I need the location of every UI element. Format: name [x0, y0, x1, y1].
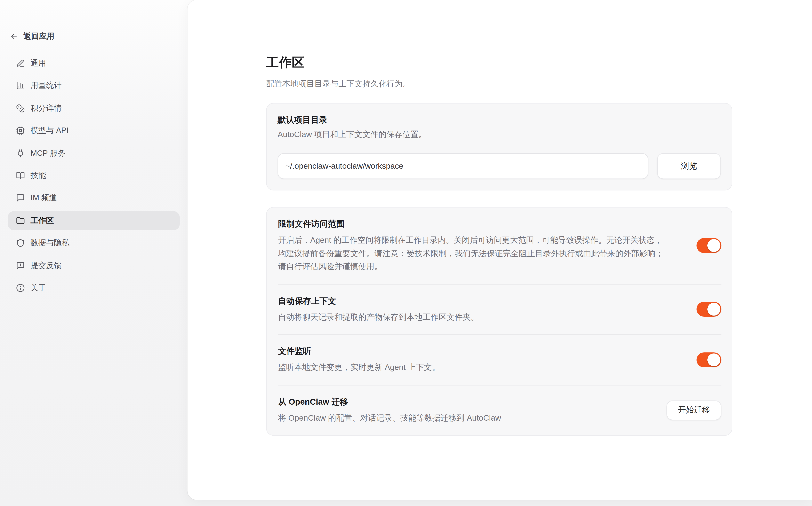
restrict-file-access-toggle[interactable]: [696, 238, 721, 253]
sidebar-item-usage-stats[interactable]: 用量统计: [8, 76, 180, 95]
sidebar-item-label: 通用: [30, 59, 46, 68]
directory-card-title: 默认项目目录: [278, 114, 721, 125]
sidebar-item-im-channels[interactable]: IM 频道: [8, 188, 180, 208]
toggle-knob: [708, 353, 720, 366]
coins-icon: [16, 104, 25, 113]
setting-description: 将 OpenClaw 的配置、对话记录、技能等数据迁移到 AutoClaw: [278, 411, 636, 424]
sidebar-item-feedback[interactable]: 提交反馈: [8, 256, 180, 275]
sidebar-item-label: 关于: [30, 283, 46, 293]
setting-description: 开启后，Agent 的工作空间将限制在工作目录内。关闭后可访问更大范围，可能导致…: [278, 233, 665, 273]
sidebar-item-label: 积分详情: [30, 103, 62, 113]
sidebar-nav: 通用 用量统计 积分详情 模型与 API MCP 服务 技能: [8, 54, 180, 298]
sidebar-item-models-api[interactable]: 模型与 API: [8, 121, 180, 140]
file-watch-toggle[interactable]: [696, 352, 721, 367]
auto-save-context-toggle[interactable]: [696, 302, 721, 317]
setting-row-auto-save-context: 自动保存上下文 自动将聊天记录和提取的产物保存到本地工作区文件夹。: [278, 284, 722, 335]
setting-title: 文件监听: [278, 346, 665, 357]
setting-title: 从 OpenClaw 迁移: [278, 396, 636, 407]
sidebar-item-label: 用量统计: [30, 81, 62, 91]
setting-title: 自动保存上下文: [278, 295, 665, 307]
toggle-knob: [708, 239, 720, 252]
sidebar-item-label: 提交反馈: [30, 260, 62, 270]
sidebar-item-label: MCP 服务: [30, 148, 65, 158]
feedback-icon: [16, 261, 25, 270]
sidebar-item-label: 工作区: [30, 216, 54, 226]
start-migration-button[interactable]: 开始迁移: [666, 400, 721, 420]
setting-row-restrict-file-access: 限制文件访问范围 开启后，Agent 的工作空间将限制在工作目录内。关闭后可访问…: [278, 207, 722, 284]
setting-title: 限制文件访问范围: [278, 219, 665, 230]
book-open-icon: [16, 171, 25, 180]
info-icon: [16, 283, 25, 292]
default-directory-card: 默认项目目录 AutoClaw 项目和上下文文件的保存位置。 浏览: [266, 103, 732, 190]
sidebar-item-label: 模型与 API: [30, 126, 69, 136]
back-button[interactable]: 返回应用: [10, 29, 54, 43]
setting-description: 监听本地文件变更，实时更新 Agent 上下文。: [278, 361, 665, 374]
sidebar-item-mcp-services[interactable]: MCP 服务: [8, 144, 180, 163]
sidebar: 返回应用 通用 用量统计 积分详情 模型与 API MCP 服务: [0, 0, 188, 506]
settings-window: 返回应用 通用 用量统计 积分详情 模型与 API MCP 服务: [0, 0, 812, 506]
page-subtitle: 配置本地项目目录与上下文持久化行为。: [266, 78, 732, 89]
sidebar-item-label: IM 频道: [30, 193, 57, 203]
page-title: 工作区: [266, 53, 732, 72]
arrow-left-icon: [10, 32, 18, 40]
sidebar-item-workspace[interactable]: 工作区: [8, 211, 180, 230]
setting-row-migrate-openclaw: 从 OpenClaw 迁移 将 OpenClaw 的配置、对话记录、技能等数据迁…: [278, 385, 722, 435]
back-button-label: 返回应用: [23, 31, 54, 41]
setting-row-file-watch: 文件监听 监听本地文件变更，实时更新 Agent 上下文。: [278, 335, 722, 385]
workspace-settings-content: 工作区 配置本地项目目录与上下文持久化行为。 默认项目目录 AutoClaw 项…: [266, 0, 732, 436]
setting-description: 自动将聊天记录和提取的产物保存到本地工作区文件夹。: [278, 310, 665, 324]
sidebar-item-label: 技能: [30, 171, 46, 181]
plug-icon: [16, 149, 25, 158]
shield-icon: [16, 239, 25, 247]
sidebar-item-general[interactable]: 通用: [8, 54, 180, 73]
bar-chart-icon: [16, 82, 25, 90]
folder-icon: [16, 216, 25, 225]
sidebar-item-label: 数据与隐私: [30, 238, 69, 248]
directory-card-description: AutoClaw 项目和上下文文件的保存位置。: [278, 129, 721, 140]
sidebar-item-credits[interactable]: 积分详情: [8, 99, 180, 118]
pencil-icon: [16, 59, 25, 68]
browse-button[interactable]: 浏览: [657, 153, 721, 179]
directory-input-row: 浏览: [278, 153, 721, 179]
main-panel: 工作区 配置本地项目目录与上下文持久化行为。 默认项目目录 AutoClaw 项…: [188, 0, 812, 500]
workspace-path-input[interactable]: [278, 153, 648, 179]
sidebar-item-about[interactable]: 关于: [8, 278, 180, 298]
chip-icon: [16, 126, 25, 135]
workspace-settings-card: 限制文件访问范围 开启后，Agent 的工作空间将限制在工作目录内。关闭后可访问…: [266, 207, 732, 436]
sidebar-item-data-privacy[interactable]: 数据与隐私: [8, 233, 180, 253]
toggle-knob: [708, 303, 720, 316]
chat-bubble-icon: [16, 194, 25, 202]
sidebar-item-skills[interactable]: 技能: [8, 166, 180, 185]
